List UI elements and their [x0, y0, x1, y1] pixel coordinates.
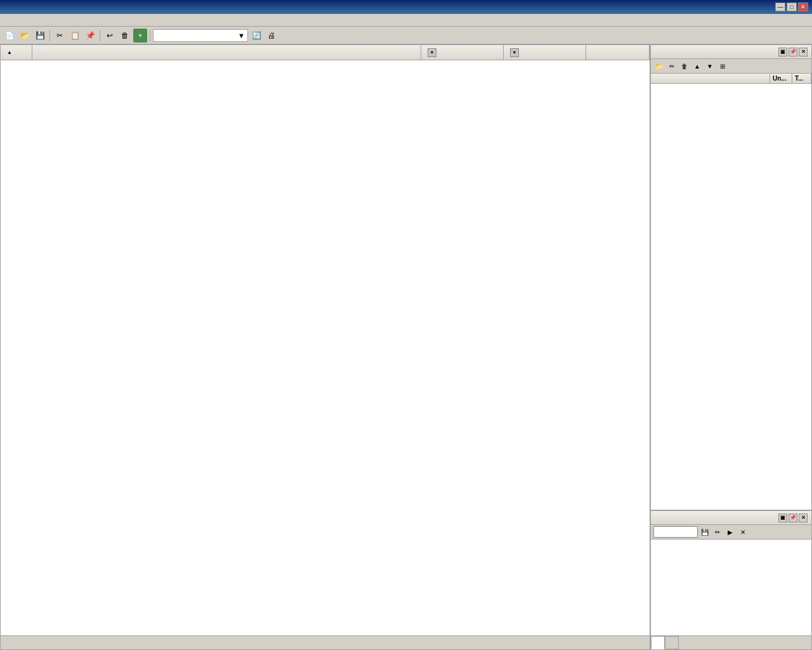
menu-tools[interactable] — [38, 20, 46, 21]
title-bar: — □ ✕ — [0, 0, 812, 14]
close-button[interactable]: ✕ — [798, 3, 808, 11]
delete-button[interactable]: 🗑 — [118, 29, 132, 43]
table-header: ▲ ▼ ▼ — [1, 45, 650, 60]
save-button[interactable]: 💾 — [33, 29, 47, 43]
filter-toolbar: 💾 ✏ ▶ ✕ — [651, 525, 811, 540]
th-status[interactable]: ▼ — [504, 45, 586, 60]
print-button[interactable]: 🖨 — [265, 29, 278, 43]
minimize-button[interactable]: — — [775, 3, 785, 11]
cat-panel-close[interactable]: ✕ — [799, 48, 808, 56]
maximize-button[interactable]: □ — [787, 3, 797, 11]
menu-bar — [0, 14, 812, 27]
cat-move-up-btn[interactable]: ▲ — [691, 60, 703, 72]
filters-panel: ▣ 📌 ✕ 💾 ✏ ▶ ✕ — [650, 510, 812, 650]
add-task-button[interactable]: + — [133, 29, 147, 43]
filters-panel-header: ▣ 📌 ✕ — [651, 511, 811, 525]
cat-panel-pin[interactable]: 📌 — [789, 48, 797, 56]
filter-name-display — [653, 526, 698, 538]
filter-edit-btn[interactable]: ✏ — [712, 526, 723, 538]
cat-col-header: Un... T... — [651, 74, 811, 84]
cat-col-t: T... — [792, 74, 811, 83]
cut-button[interactable]: ✂ — [53, 29, 67, 43]
filter-rows — [651, 540, 811, 635]
categories-tree — [651, 84, 811, 510]
toolbar: 📄 📂 💾 ✂ 📋 📌 ↩ 🗑 + ▼ 🔄 🖨 — [0, 27, 812, 44]
menu-view[interactable] — [11, 20, 19, 21]
filters-panel-buttons: ▣ 📌 ✕ — [778, 514, 808, 522]
layout-dropdown-arrow: ▼ — [238, 32, 245, 39]
filter-panel-pin[interactable]: 📌 — [789, 514, 797, 522]
filter-save-btn[interactable]: 💾 — [699, 526, 710, 538]
cat-col-un: Un... — [770, 74, 792, 83]
paste-button[interactable]: 📌 — [83, 29, 97, 43]
menu-categories[interactable] — [29, 20, 37, 21]
th-priority[interactable]: ▼ — [421, 45, 504, 60]
categories-panel-header: ▣ 📌 ✕ — [651, 45, 811, 59]
filter-panel-close[interactable]: ✕ — [799, 514, 808, 522]
categories-panel: ▣ 📌 ✕ 📁 ✏ 🗑 ▲ ▼ ⊞ Un... T... — [650, 44, 812, 510]
right-panels: ▣ 📌 ✕ 📁 ✏ 🗑 ▲ ▼ ⊞ Un... T... — [650, 44, 812, 650]
filter-panel-restore[interactable]: ▣ — [778, 514, 787, 522]
cat-add-btn[interactable]: 📁 — [653, 60, 665, 72]
layout-dropdown[interactable]: ▼ — [153, 29, 248, 42]
bottom-tabs — [651, 635, 811, 649]
filter-apply-btn[interactable]: ▶ — [724, 526, 736, 538]
cat-move-down-btn[interactable]: ▼ — [704, 60, 716, 72]
cat-col-name — [651, 74, 770, 83]
status-filter-arrow[interactable]: ▼ — [510, 48, 519, 57]
toolbar-separator-2 — [100, 30, 100, 41]
title-buttons[interactable]: — □ ✕ — [775, 3, 808, 11]
done-sort-arrow: ▲ — [7, 50, 12, 55]
refresh-button[interactable]: 🔄 — [249, 29, 263, 43]
task-area: ▲ ▼ ▼ — [0, 44, 650, 650]
tab-filters-bar[interactable] — [651, 636, 665, 649]
open-button[interactable]: 📂 — [18, 29, 32, 43]
undo-button[interactable]: ↩ — [103, 29, 117, 43]
cat-delete-btn[interactable]: 🗑 — [679, 60, 690, 72]
new-button[interactable]: 📄 — [3, 29, 16, 43]
menu-help[interactable] — [47, 20, 55, 21]
status-bar — [1, 635, 650, 649]
toolbar-separator-3 — [150, 30, 150, 41]
priority-filter-arrow[interactable]: ▼ — [428, 48, 436, 57]
menu-file[interactable] — [3, 20, 10, 21]
tab-navigation-bar[interactable] — [665, 636, 679, 649]
filter-delete-btn[interactable]: ✕ — [737, 526, 749, 538]
categories-panel-buttons: ▣ 📌 ✕ — [778, 48, 808, 56]
main-layout: ▲ ▼ ▼ — [0, 44, 812, 650]
cat-expand-btn[interactable]: ⊞ — [717, 60, 728, 72]
copy-button[interactable]: 📋 — [68, 29, 82, 43]
cat-panel-restore[interactable]: ▣ — [778, 48, 787, 56]
th-done[interactable]: ▲ — [1, 45, 32, 60]
table-body — [1, 60, 650, 635]
toolbar-separator-1 — [49, 30, 50, 41]
cat-edit-btn[interactable]: ✏ — [666, 60, 678, 72]
categories-toolbar: 📁 ✏ 🗑 ▲ ▼ ⊞ — [651, 59, 811, 74]
menu-tasks[interactable] — [20, 20, 28, 21]
th-complete[interactable] — [586, 45, 650, 60]
th-name[interactable] — [32, 45, 421, 60]
